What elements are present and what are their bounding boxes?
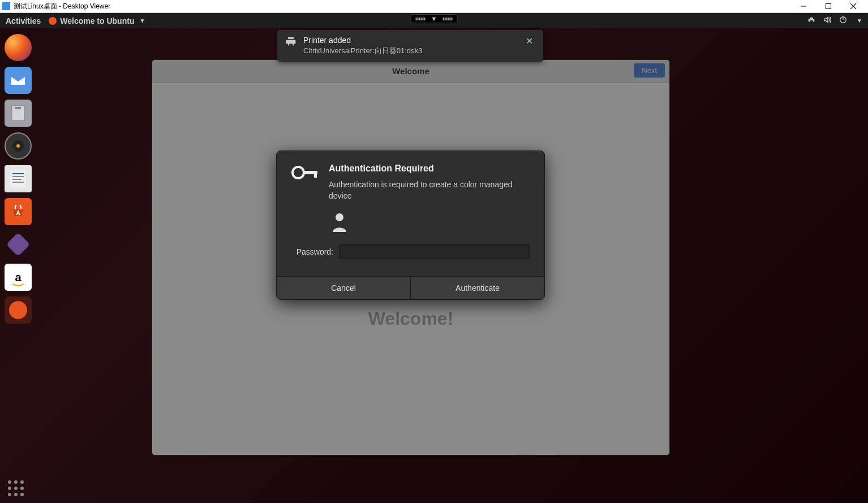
dock-amazon[interactable]: a — [5, 264, 32, 291]
citrix-toolbar-handle[interactable]: ▼ — [411, 14, 458, 23]
key-icon — [291, 164, 319, 184]
notification-title: Printer added — [303, 36, 517, 45]
svg-text:A: A — [16, 210, 20, 216]
dock-nautilus[interactable] — [5, 231, 32, 258]
ubuntu-logo-icon — [49, 17, 57, 25]
dock-libreoffice-writer[interactable] — [5, 165, 32, 192]
dock-rhythmbox[interactable] — [5, 132, 32, 160]
citrix-titlebar: 测试Linux桌面 - Desktop Viewer — [0, 0, 868, 13]
svg-rect-3 — [15, 107, 21, 109]
app-menu-label: Welcome to Ubuntu — [60, 16, 134, 25]
auth-title: Authentication Required — [329, 164, 530, 174]
gnome-topbar: Activities Welcome to Ubuntu ▼ ▼ ▼ — [0, 13, 868, 28]
launcher-dock: A a — [0, 28, 36, 503]
network-icon[interactable] — [807, 16, 815, 25]
dock-ubuntu-software[interactable]: A — [5, 198, 32, 225]
svg-rect-0 — [826, 4, 831, 9]
printer-icon — [285, 36, 297, 49]
activities-button[interactable]: Activities — [6, 16, 41, 25]
svg-rect-8 — [12, 176, 24, 177]
svg-point-15 — [336, 213, 343, 221]
amazon-label: a — [15, 271, 21, 284]
minimize-button[interactable] — [791, 0, 816, 12]
window-title: 测试Linux桌面 - Desktop Viewer — [14, 2, 791, 11]
dock-files[interactable] — [5, 100, 32, 127]
notification-body: CitrixUniversalPrinter:向日葵01:dsk3 — [303, 46, 517, 56]
svg-point-12 — [293, 167, 304, 178]
password-input[interactable] — [339, 244, 530, 259]
svg-rect-10 — [12, 182, 24, 183]
svg-rect-7 — [12, 173, 24, 174]
volume-icon[interactable] — [823, 16, 831, 25]
show-applications-button[interactable] — [8, 480, 24, 496]
dock-thunderbird[interactable] — [5, 67, 32, 94]
cancel-button[interactable]: Cancel — [277, 277, 411, 299]
authenticate-button[interactable]: Authenticate — [411, 277, 544, 299]
chevron-down-icon[interactable]: ▼ — [857, 18, 862, 24]
app-icon — [2, 2, 10, 10]
svg-point-5 — [16, 144, 20, 148]
svg-rect-9 — [12, 179, 22, 180]
password-label: Password: — [291, 247, 333, 256]
power-icon[interactable] — [839, 16, 847, 25]
chevron-down-icon: ▼ — [139, 18, 145, 24]
notification-close-button[interactable]: ✕ — [523, 36, 535, 46]
ubuntu-desktop: Activities Welcome to Ubuntu ▼ ▼ ▼ — [0, 13, 868, 503]
window-controls — [791, 0, 866, 12]
maximize-button[interactable] — [816, 0, 841, 12]
close-button[interactable] — [841, 0, 866, 12]
svg-rect-14 — [314, 171, 317, 178]
dock-firefox[interactable] — [5, 34, 32, 61]
printer-notification: Printer added CitrixUniversalPrinter:向日葵… — [277, 30, 543, 62]
user-icon — [331, 212, 348, 234]
chevron-down-icon: ▼ — [431, 15, 437, 22]
app-menu[interactable]: Welcome to Ubuntu ▼ — [49, 16, 145, 25]
ubuntu-logo-icon — [9, 301, 27, 319]
authentication-dialog: Authentication Required Authentication i… — [276, 151, 545, 300]
auth-description: Authentication is required to create a c… — [329, 179, 530, 201]
dock-welcome-ubuntu[interactable] — [5, 296, 32, 324]
